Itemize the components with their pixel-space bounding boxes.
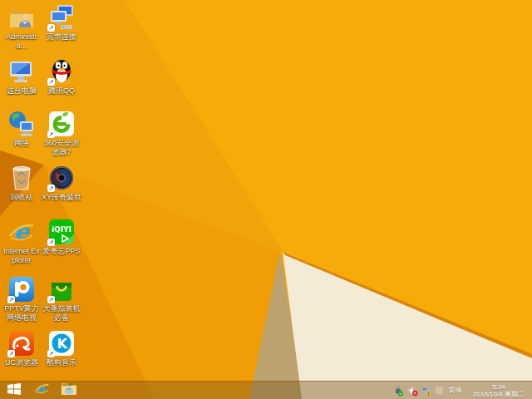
desktop-icon-label: 爱奇艺PPS xyxy=(42,247,81,256)
desktop-icon-label: 回收站 xyxy=(2,193,42,202)
internet-explorer-icon: e xyxy=(34,381,50,399)
desktop-icon-label: 这台电脑 xyxy=(2,86,42,96)
taskbar: e xyxy=(0,381,532,399)
desktop: Administra... ↗ 宽带连接 这台电脑 xyxy=(0,0,532,399)
network-globe-icon xyxy=(7,110,36,138)
desktop-icon-360-browser[interactable]: ↗ 360安全浏览器7 xyxy=(42,110,81,161)
desktop-icon-label: 网络 xyxy=(2,139,42,148)
shortcut-arrow-icon: ↗ xyxy=(47,78,55,86)
start-button[interactable] xyxy=(0,382,28,399)
shortcut-arrow-icon: ↗ xyxy=(47,296,55,303)
desktop-icon-label: 360安全浏览器7 xyxy=(42,139,81,157)
shortcut-arrow-icon: ↗ xyxy=(47,350,55,357)
clock-date: 2016/10/4 星期二 xyxy=(468,391,530,398)
desktop-icon-pptv[interactable]: ↗ PPTV聚力 网络电视 xyxy=(2,275,42,327)
internet-explorer-icon: e xyxy=(7,218,36,246)
taskbar-file-explorer-button[interactable] xyxy=(57,382,81,399)
desktop-icon-iqiyi[interactable]: iQIYI ↗ 爱奇艺PPS xyxy=(42,218,81,269)
desktop-icon-kugou[interactable]: K ↗ 酷狗音乐 xyxy=(42,329,81,381)
shortcut-arrow-icon: ↗ xyxy=(7,350,15,357)
file-explorer-icon xyxy=(61,382,77,399)
network-warning-icon[interactable] xyxy=(421,385,432,396)
desktop-icon-uc-browser[interactable]: ↗ UC浏览器 xyxy=(2,329,42,381)
usb-safely-remove-icon[interactable] xyxy=(393,385,404,396)
taskbar-ie-button[interactable]: e xyxy=(30,382,53,399)
desktop-icon-label: XY传奇盛世 xyxy=(42,193,81,202)
desktop-icon-label: PPTV聚力 网络电视 xyxy=(2,304,42,323)
desktop-icon-label: 酷狗音乐 xyxy=(42,358,81,367)
desktop-icon-qq[interactable]: ↗ 腾讯QQ xyxy=(42,57,81,109)
desktop-icon-label: 宽带连接 xyxy=(42,32,81,42)
desktop-icon-this-pc[interactable]: 这台电脑 xyxy=(2,57,42,109)
desktop-icon-tomato-market[interactable]: ↗ 大番茄装机必备 xyxy=(42,275,81,327)
desktop-icon-label: 大番茄装机必备 xyxy=(42,304,81,323)
shortcut-arrow-icon: ↗ xyxy=(47,131,55,138)
user-folder-icon xyxy=(7,3,36,32)
ime-indicator[interactable]: 简体 xyxy=(446,386,465,395)
clock-time: 5:24 xyxy=(468,383,530,391)
windows-start-icon xyxy=(7,383,21,398)
svg-text:K: K xyxy=(57,336,68,352)
shortcut-arrow-icon: ↗ xyxy=(7,296,15,303)
shortcut-arrow-icon: ↗ xyxy=(47,185,55,192)
hidden-tray-icon[interactable] xyxy=(436,387,443,394)
desktop-icon-broadband[interactable]: ↗ 宽带连接 xyxy=(42,3,81,55)
desktop-icon-internet-explorer[interactable]: e Internet Explorer xyxy=(2,218,42,269)
shortcut-arrow-icon: ↗ xyxy=(47,24,55,32)
desktop-icon-administrator[interactable]: Administra... xyxy=(2,3,42,55)
volume-muted-icon[interactable] xyxy=(407,385,418,396)
svg-text:e: e xyxy=(37,382,47,397)
desktop-icon-label: Administra... xyxy=(2,32,42,51)
desktop-icon-recycle-bin[interactable]: 回收站 xyxy=(2,164,42,215)
system-tray: 简体 5:24 2016/10/4 星期二 xyxy=(393,382,532,399)
desktop-icon-network[interactable]: 网络 xyxy=(2,110,42,161)
this-pc-icon xyxy=(7,57,36,86)
desktop-icon-xy-game[interactable]: ↗ XY传奇盛世 xyxy=(42,164,81,215)
desktop-icon-label: UC浏览器 xyxy=(2,358,42,367)
taskbar-clock[interactable]: 5:24 2016/10/4 星期二 xyxy=(468,383,530,398)
desktop-icon-label: Internet Explorer xyxy=(2,247,42,265)
desktop-icon-label: 腾讯QQ xyxy=(42,86,81,96)
recycle-bin-icon xyxy=(7,164,36,192)
shortcut-arrow-icon: ↗ xyxy=(47,239,55,246)
svg-text:iQIYI: iQIYI xyxy=(52,225,71,234)
